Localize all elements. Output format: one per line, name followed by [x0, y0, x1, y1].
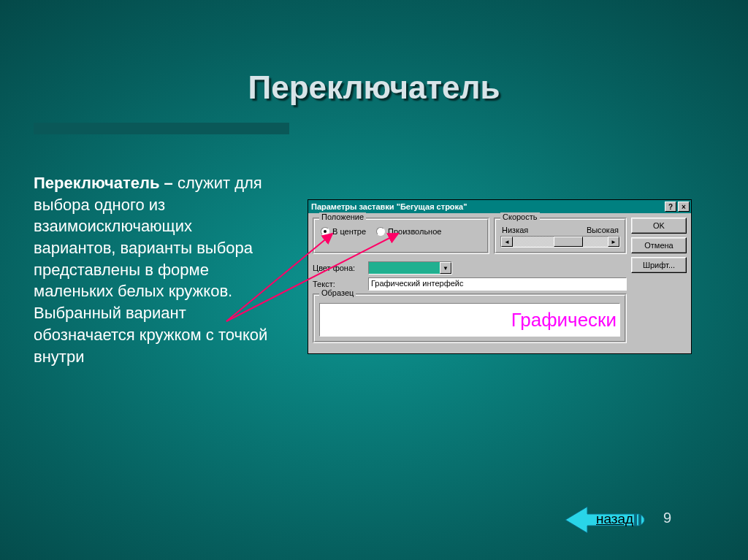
- body-text-bold: Переключатель –: [34, 174, 173, 192]
- ok-button[interactable]: OK: [631, 218, 687, 234]
- speed-increment-button[interactable]: ►: [608, 237, 619, 247]
- dialog-titlebar[interactable]: Параметры заставки "Бегущая строка" ? ×: [308, 200, 691, 213]
- back-label: назад: [596, 511, 633, 527]
- bgcolor-dropdown[interactable]: ▼: [368, 261, 452, 275]
- position-legend: Положение: [319, 212, 366, 221]
- body-text: Переключатель – служит для выбора одного…: [34, 172, 275, 367]
- font-button[interactable]: Шрифт...: [631, 257, 687, 273]
- svg-rect-2: [634, 514, 637, 526]
- speed-high-label: Высокая: [587, 226, 619, 234]
- radio-arbitrary[interactable]: Произвольное: [376, 227, 441, 236]
- radio-arbitrary-label: Произвольное: [388, 227, 441, 236]
- bgcolor-swatch: [369, 262, 440, 274]
- position-groupbox: Положение В центре Произвольное: [313, 218, 489, 254]
- sample-groupbox: Образец Графически: [313, 294, 627, 343]
- screensaver-settings-dialog: Параметры заставки "Бегущая строка" ? × …: [308, 199, 692, 354]
- speed-groupbox: Скорость Низкая Высокая ◄ ►: [494, 218, 627, 254]
- radio-center[interactable]: В центре: [321, 227, 366, 236]
- bgcolor-label: Цвет фона:: [313, 264, 362, 272]
- help-button[interactable]: ?: [665, 202, 676, 212]
- sample-preview: Графически: [319, 303, 620, 337]
- back-button[interactable]: назад: [565, 505, 646, 534]
- speed-track[interactable]: [513, 237, 608, 247]
- speed-low-label: Низкая: [502, 226, 528, 234]
- radio-arbitrary-icon[interactable]: [376, 227, 385, 236]
- speed-thumb[interactable]: [554, 237, 583, 247]
- speed-decrement-button[interactable]: ◄: [501, 237, 513, 247]
- sample-legend: Образец: [319, 288, 356, 297]
- radio-center-label: В центре: [332, 227, 366, 236]
- slide-title: Переключатель: [0, 69, 748, 106]
- chevron-down-icon[interactable]: ▼: [440, 262, 451, 274]
- close-button[interactable]: ×: [678, 202, 690, 212]
- body-text-rest: служит для выбора одного из взаимоисключ…: [34, 174, 267, 366]
- page-number: 9: [663, 510, 671, 526]
- dialog-title: Параметры заставки "Бегущая строка": [311, 202, 663, 211]
- text-input[interactable]: Графический интерфейс: [368, 277, 627, 291]
- title-underline: [34, 123, 289, 134]
- speed-legend: Скорость: [500, 212, 540, 221]
- radio-center-icon[interactable]: [321, 227, 329, 236]
- svg-rect-3: [638, 515, 641, 525]
- speed-slider[interactable]: ◄ ►: [500, 236, 620, 248]
- cancel-button[interactable]: Отмена: [631, 237, 687, 253]
- text-field-label: Текст:: [313, 280, 362, 288]
